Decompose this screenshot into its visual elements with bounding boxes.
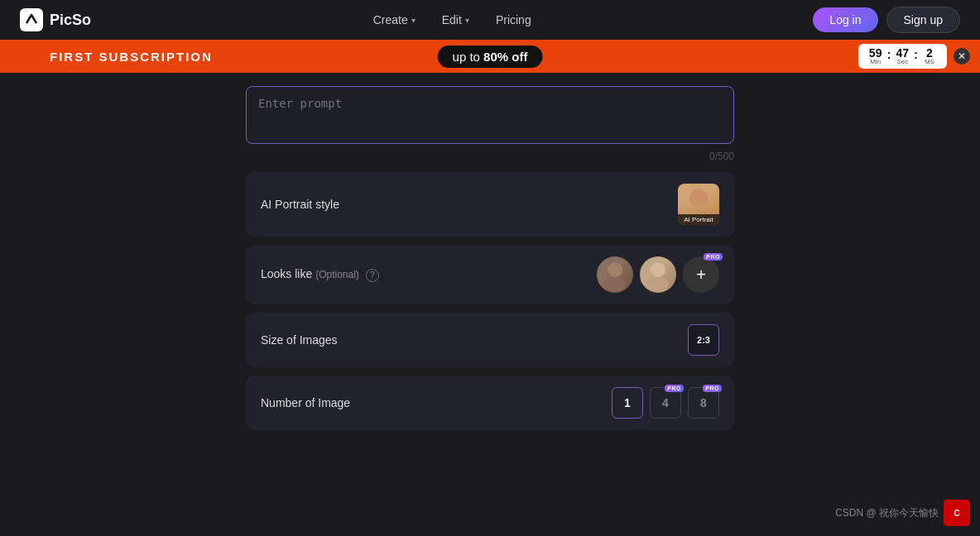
svg-point-2 [604,277,626,292]
portrait-thumbnail[interactable]: AI Portrait [678,184,719,225]
create-chevron-icon: ▾ [411,16,416,25]
timer-ms: 2 MS [920,47,939,65]
portrait-thumb-label: AI Portrait [678,214,719,225]
looks-like-card: Looks like (Optional) ? + PRO [246,245,734,304]
create-menu[interactable]: Create ▾ [362,8,427,31]
pro-badge: PRO [704,253,723,261]
timer-sep-1: : [886,48,892,61]
promo-banner: FIRST SUBSCRIPTION up to 80% off 59 Min … [0,40,980,73]
timer-sep-2: : [913,48,919,61]
size-card: Size of Images 2:3 [246,313,734,367]
number-option-8[interactable]: 8 PRO [688,387,719,419]
portrait-label: AI Portrait style [261,198,339,211]
prompt-counter: 0/500 [246,151,734,162]
logo[interactable]: PicSo [20,8,91,31]
portrait-style-card: AI Portrait style AI Portrait [246,172,734,237]
size-label: Size of Images [261,333,338,347]
avatar-1[interactable] [597,256,633,293]
pro-badge-4: PRO [665,385,684,392]
banner-title: FIRST SUBSCRIPTION [50,50,213,64]
timer-min-value: 59 [869,47,882,59]
edit-chevron-icon: ▾ [465,16,469,25]
timer-min-label: Min [870,59,881,65]
svg-point-3 [651,262,665,277]
prompt-input[interactable] [246,86,734,144]
pro-badge-8: PRO [703,385,722,392]
avatar-2[interactable] [640,256,676,293]
looks-like-label: Looks like (Optional) ? [261,267,379,282]
banner-close-button[interactable]: ✕ [954,48,970,65]
main-content: 0/500 AI Portrait style AI Portrait Look… [0,73,980,536]
watermark-text: CSDN @ 祝你今天愉快 [835,506,939,520]
size-button[interactable]: 2:3 [688,324,719,356]
navbar: PicSo Create ▾ Edit ▾ Pricing Log in Sig… [0,0,980,40]
number-option-1[interactable]: 1 [612,387,643,419]
number-card: Number of Image 1 4 PRO 8 PRO [246,376,734,430]
looks-like-optional: (Optional) [315,269,359,280]
prompt-section: 0/500 [246,86,734,162]
svg-point-1 [608,262,622,277]
add-face-button[interactable]: + PRO [683,256,719,293]
edit-menu[interactable]: Edit ▾ [430,8,481,31]
number-options: 1 4 PRO 8 PRO [612,387,719,419]
offer-bold: 80% off [483,50,527,64]
help-icon[interactable]: ? [366,269,379,282]
timer-sec-value: 47 [896,47,910,59]
banner-offer: up to 80% off [438,45,543,68]
plus-icon: + [696,266,706,285]
svg-rect-0 [20,8,43,31]
nav-center: Create ▾ Edit ▾ Pricing [362,8,543,31]
csdn-icon: C [944,500,970,526]
timer-minutes: 59 Min [867,47,885,65]
login-button[interactable]: Log in [813,7,877,32]
offer-pre: up to [453,50,484,64]
number-option-4[interactable]: 4 PRO [650,387,681,419]
timer-ms-value: 2 [926,47,933,59]
nav-right: Log in Sign up [813,7,960,33]
watermark: CSDN @ 祝你今天愉快 C [835,500,970,526]
edit-label: Edit [442,13,462,26]
timer-sec-label: Sec [896,59,908,65]
countdown-timer: 59 Min : 47 Sec : 2 MS [858,44,947,69]
logo-text: PicSo [50,12,91,29]
signup-button[interactable]: Sign up [886,7,960,33]
svg-point-4 [647,277,669,292]
avatar-row: + PRO [597,256,719,293]
timer-ms-label: MS [925,59,934,65]
number-label: Number of Image [261,396,350,409]
pricing-link[interactable]: Pricing [484,8,543,31]
create-label: Create [373,13,408,26]
timer-seconds: 47 Sec [893,47,911,65]
